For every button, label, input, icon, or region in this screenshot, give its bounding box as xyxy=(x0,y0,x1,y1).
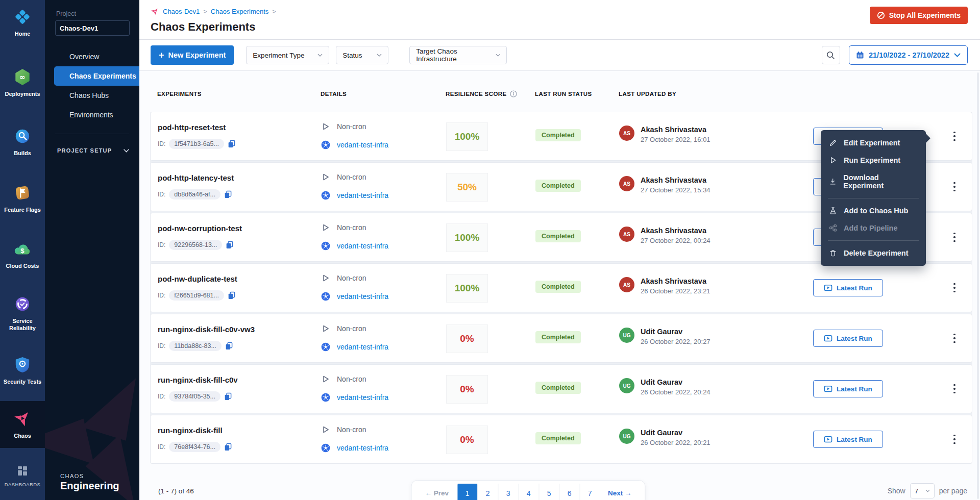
page-button-7[interactable]: 7 xyxy=(579,484,600,500)
page-size-control: Show 7 per page xyxy=(888,483,967,498)
latest-run-label: Latest Run xyxy=(837,385,872,393)
copy-id-button[interactable] xyxy=(228,291,235,299)
menu-item-add-to-pipeline[interactable]: Add to Pipeline xyxy=(821,219,926,237)
row-menu-button[interactable] xyxy=(948,278,961,297)
nav-cloud-costs[interactable]: $ Cloud Costs xyxy=(0,236,45,275)
nav-service-reliability[interactable]: Service Reliability xyxy=(0,290,45,337)
kubernetes-icon xyxy=(321,140,330,149)
infra-link[interactable]: vedant-test-infra xyxy=(337,444,388,452)
experiment-type-filter[interactable]: Experiment Type xyxy=(246,46,329,64)
infra-link[interactable]: vedant-test-infra xyxy=(337,292,388,301)
infra-link[interactable]: vedant-test-infra xyxy=(337,393,388,402)
schedule-type: Non-cron xyxy=(337,122,366,131)
next-page-button[interactable]: Next → xyxy=(600,484,640,500)
target-infrastructure-filter[interactable]: Target Chaos Infrastructure xyxy=(409,46,507,64)
nav-feature-flags[interactable]: Feature Flags xyxy=(0,179,45,219)
download-icon xyxy=(829,178,837,186)
nav-cloud-costs-label: Cloud Costs xyxy=(6,263,39,270)
project-name-input[interactable] xyxy=(56,21,139,35)
experiment-name[interactable]: pod-nw-duplicate-test xyxy=(158,274,321,283)
page-button-5[interactable]: 5 xyxy=(538,484,559,500)
non-cron-icon xyxy=(321,425,330,434)
latest-run-button[interactable]: Latest Run xyxy=(813,279,883,296)
breadcrumb-project-link[interactable]: Chaos-Dev1 xyxy=(163,8,200,15)
nav-home[interactable]: Home xyxy=(0,3,45,43)
infra-link[interactable]: vedant-test-infra xyxy=(337,191,388,199)
latest-run-button[interactable]: Latest Run xyxy=(813,431,883,448)
experiment-name[interactable]: run-nginx-disk-fill-c0v xyxy=(158,376,321,384)
menu-item-run-experiment[interactable]: Run Experiment xyxy=(821,152,926,169)
row-menu-button[interactable] xyxy=(948,228,961,247)
experiment-name[interactable]: pod-http-latency-test xyxy=(158,173,321,182)
infra-link[interactable]: vedant-test-infra xyxy=(337,242,388,250)
copy-icon xyxy=(224,190,232,198)
nav-builds-label: Builds xyxy=(14,150,31,157)
schedule-type: Non-cron xyxy=(337,223,366,232)
row-menu-button[interactable] xyxy=(948,379,961,398)
play-icon xyxy=(829,156,837,164)
page-button-1[interactable]: 1 xyxy=(457,484,477,500)
sidebar-item-chaos-hubs[interactable]: Chaos Hubs xyxy=(45,86,139,105)
pagination-count: (1 - 7) of 46 xyxy=(158,487,194,495)
sidebar-item-environments[interactable]: Environments xyxy=(45,105,139,124)
cloud-costs-icon: $ xyxy=(13,241,32,260)
nav-dashboards[interactable]: DASHBOARDS xyxy=(0,460,45,493)
experiment-name[interactable]: pod-http-reset-test xyxy=(158,123,321,132)
latest-run-button[interactable]: Latest Run xyxy=(813,330,883,347)
copy-id-button[interactable] xyxy=(224,392,232,401)
pipeline-icon xyxy=(829,224,837,232)
user-name: Akash Shrivastava xyxy=(641,126,710,134)
chevron-down-icon xyxy=(124,149,129,153)
menu-item-edit-experiment[interactable]: Edit Experiment xyxy=(821,134,926,152)
prev-page-button[interactable]: ← Prev xyxy=(417,484,457,500)
sidebar-item-chaos-experiments[interactable]: Chaos Experiments xyxy=(54,66,139,86)
table-row: run-nginx-disk-fill-c0v ID: 93784f05-35.… xyxy=(150,364,972,413)
row-menu-button[interactable] xyxy=(948,177,961,196)
page-button-3[interactable]: 3 xyxy=(498,484,518,500)
search-button[interactable] xyxy=(822,46,840,64)
nav-deployments[interactable]: ∞ Deployments xyxy=(0,63,45,103)
project-selector: » xyxy=(55,20,130,36)
status-filter[interactable]: Status xyxy=(336,46,388,64)
nav-builds[interactable]: Builds xyxy=(0,122,45,162)
page-button-4[interactable]: 4 xyxy=(518,484,538,500)
scrollbar[interactable] xyxy=(977,72,979,499)
last-updated-date: 26 October 2022, 20:24 xyxy=(641,388,710,396)
copy-id-button[interactable] xyxy=(228,140,235,148)
kubernetes-icon xyxy=(321,241,330,251)
row-menu-button[interactable] xyxy=(948,329,961,348)
info-icon[interactable] xyxy=(510,90,517,97)
page-button-6[interactable]: 6 xyxy=(559,484,579,500)
page-size-select[interactable]: 7 xyxy=(910,483,935,498)
page-button-2[interactable]: 2 xyxy=(477,484,498,500)
menu-item-download-experiment[interactable]: Download Experiment xyxy=(821,169,926,194)
experiment-name[interactable]: run-nginx-disk-fill-c0v-vw3 xyxy=(158,325,321,334)
copy-icon xyxy=(228,140,235,148)
new-experiment-button[interactable]: + New Experiment xyxy=(151,45,234,65)
project-setup-toggle[interactable]: PROJECT SETUP xyxy=(57,147,129,154)
row-menu-button[interactable] xyxy=(948,430,961,449)
sidebar-item-overview[interactable]: Overview xyxy=(45,47,139,66)
breadcrumb-page-link[interactable]: Chaos Experiments xyxy=(211,8,268,15)
infra-link[interactable]: vedant-test-infra xyxy=(337,343,388,351)
infra-link[interactable]: vedant-test-infra xyxy=(337,141,388,149)
copy-id-button[interactable] xyxy=(225,342,233,350)
copy-id-button[interactable] xyxy=(224,190,232,198)
row-menu-button[interactable] xyxy=(948,127,961,146)
copy-id-button[interactable] xyxy=(226,241,233,249)
stop-all-experiments-button[interactable]: Stop All Experiments xyxy=(870,7,968,24)
menu-item-delete-experiment[interactable]: Delete Experiment xyxy=(821,244,926,262)
experiment-name[interactable]: pod-nw-corruption-test xyxy=(158,224,321,233)
status-badge: Completed xyxy=(535,331,581,343)
nav-security-tests[interactable]: Security Tests xyxy=(0,351,45,391)
copy-id-button[interactable] xyxy=(224,443,232,451)
experiment-name[interactable]: run-nginx-disk-fill xyxy=(158,426,321,435)
resilience-score-value: 0% xyxy=(460,384,474,395)
date-range-picker[interactable]: 21/10/2022 - 27/10/2022 xyxy=(849,45,968,65)
user-name: Udit Gaurav xyxy=(641,429,710,437)
avatar: UG xyxy=(619,328,634,343)
schedule-type: Non-cron xyxy=(337,375,366,383)
menu-item-add-to-chaos-hub[interactable]: Add to Chaos Hub xyxy=(821,202,926,219)
nav-chaos[interactable]: Chaos xyxy=(0,401,45,448)
latest-run-button[interactable]: Latest Run xyxy=(813,380,883,397)
